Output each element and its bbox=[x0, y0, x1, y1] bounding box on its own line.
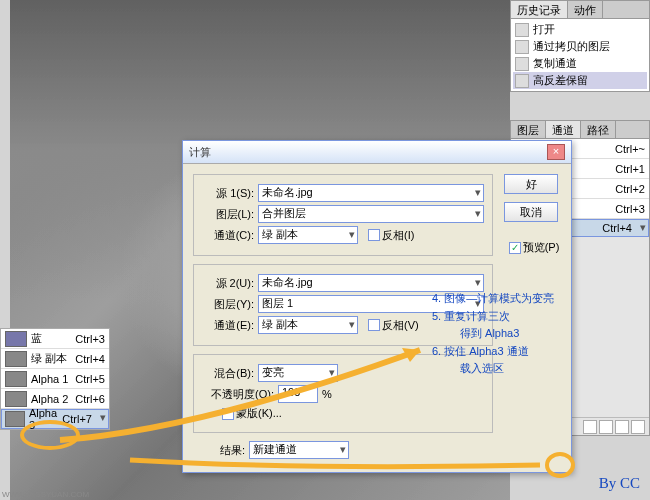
source1-select[interactable]: 未命名.jpg bbox=[258, 184, 484, 202]
tab-actions[interactable]: 动作 bbox=[568, 1, 603, 18]
invert2-checkbox[interactable]: 反相(V) bbox=[368, 318, 419, 333]
annotation: 4. 图像—计算模式为变亮 5. 重复计算三次 得到 Alpha3 6. 按住 … bbox=[432, 290, 554, 378]
history-icon bbox=[515, 23, 529, 37]
channel-shortcut: Ctrl+1 bbox=[615, 163, 645, 175]
source1-group: 源 1(S):未命名.jpg 图层(L):合并图层 通道(C):绿 副本反相(I… bbox=[193, 174, 493, 256]
tab-history[interactable]: 历史记录 bbox=[511, 1, 568, 18]
cancel-button[interactable]: 取消 bbox=[504, 202, 558, 222]
new-channel-icon[interactable] bbox=[615, 420, 629, 434]
channel-thumb bbox=[5, 371, 27, 387]
channel-thumb bbox=[5, 351, 27, 367]
tab-channels[interactable]: 通道 bbox=[546, 121, 581, 138]
circle-annotation bbox=[20, 420, 80, 450]
checkbox-icon bbox=[368, 229, 380, 241]
channel-shortcut: Ctrl+5 bbox=[75, 373, 105, 385]
watermark: WWW.MISSYUAN.COM bbox=[2, 490, 89, 499]
history-item[interactable]: 复制通道 bbox=[513, 55, 647, 72]
opacity-input[interactable]: 100 bbox=[278, 385, 318, 403]
close-icon[interactable]: × bbox=[547, 144, 565, 160]
checkbox-icon bbox=[509, 242, 521, 254]
annotation-line: 5. 重复计算三次 bbox=[432, 308, 554, 326]
mask-label: 蒙版(K)... bbox=[236, 406, 282, 421]
blend-select[interactable]: 变亮 bbox=[258, 364, 338, 382]
tab-paths[interactable]: 路径 bbox=[581, 121, 616, 138]
mini-channels-panel: 蓝Ctrl+3 绿 副本Ctrl+4 Alpha 1Ctrl+5 Alpha 2… bbox=[0, 328, 110, 430]
layer2-label: 图层(Y): bbox=[202, 297, 254, 312]
dialog-titlebar[interactable]: 计算 × bbox=[183, 141, 571, 164]
dialog-title: 计算 bbox=[189, 145, 211, 160]
invert1-label: 反相(I) bbox=[382, 228, 414, 243]
channel-thumb bbox=[5, 391, 27, 407]
save-selection-icon[interactable] bbox=[599, 420, 613, 434]
ok-button[interactable]: 好 bbox=[504, 174, 558, 194]
tab-layers[interactable]: 图层 bbox=[511, 121, 546, 138]
credit: By CC bbox=[599, 475, 640, 492]
channel-label: 绿 副本 bbox=[31, 351, 67, 366]
invert1-checkbox[interactable]: 反相(I) bbox=[368, 228, 414, 243]
channel2-label: 通道(E): bbox=[202, 318, 254, 333]
mini-channel-list: 蓝Ctrl+3 绿 副本Ctrl+4 Alpha 1Ctrl+5 Alpha 2… bbox=[1, 329, 109, 429]
annotation-line: 6. 按住 Alpha3 通道 bbox=[432, 343, 554, 361]
checkbox-icon bbox=[222, 408, 234, 420]
preview-checkbox[interactable]: 预览(P) bbox=[509, 240, 560, 255]
channel1-label: 通道(C): bbox=[202, 228, 254, 243]
history-label: 通过拷贝的图层 bbox=[533, 39, 610, 54]
channel-label: 蓝 bbox=[31, 331, 42, 346]
load-selection-icon[interactable] bbox=[583, 420, 597, 434]
trash-icon[interactable] bbox=[631, 420, 645, 434]
history-item[interactable]: 通过拷贝的图层 bbox=[513, 38, 647, 55]
channel-shortcut: Ctrl+4 bbox=[602, 222, 632, 234]
history-list: 打开 通过拷贝的图层 复制通道 高反差保留 bbox=[511, 19, 649, 91]
channel1-select[interactable]: 绿 副本 bbox=[258, 226, 358, 244]
preview-label: 预览(P) bbox=[523, 240, 560, 255]
history-item[interactable]: 高反差保留 bbox=[513, 72, 647, 89]
history-icon bbox=[515, 40, 529, 54]
channel-shortcut: Ctrl+4 bbox=[75, 353, 105, 365]
history-label: 打开 bbox=[533, 22, 555, 37]
channel-label: Alpha 2 bbox=[31, 393, 68, 405]
channel-thumb bbox=[5, 411, 25, 427]
channel-row[interactable]: Alpha 2Ctrl+6 bbox=[1, 389, 109, 409]
blend-label: 混合(B): bbox=[202, 366, 254, 381]
channel-shortcut: Ctrl+2 bbox=[615, 183, 645, 195]
channel2-select[interactable]: 绿 副本 bbox=[258, 316, 358, 334]
invert2-label: 反相(V) bbox=[382, 318, 419, 333]
channel-shortcut: Ctrl+3 bbox=[75, 333, 105, 345]
channel-shortcut: Ctrl+6 bbox=[75, 393, 105, 405]
result-select[interactable]: 新建通道 bbox=[249, 441, 349, 459]
annotation-line: 得到 Alpha3 bbox=[432, 325, 554, 343]
annotation-line: 载入选区 bbox=[432, 360, 554, 378]
layer1-select[interactable]: 合并图层 bbox=[258, 205, 484, 223]
history-tabs: 历史记录 动作 bbox=[511, 1, 649, 19]
channel-label: Alpha 1 bbox=[31, 373, 68, 385]
checkbox-icon bbox=[368, 319, 380, 331]
channel-shortcut: Ctrl+~ bbox=[615, 143, 645, 155]
channel-row[interactable]: 蓝Ctrl+3 bbox=[1, 329, 109, 349]
history-panel: 历史记录 动作 打开 通过拷贝的图层 复制通道 高反差保留 bbox=[510, 0, 650, 92]
history-label: 复制通道 bbox=[533, 56, 577, 71]
circle-annotation bbox=[545, 452, 575, 478]
channel-shortcut: Ctrl+3 bbox=[615, 203, 645, 215]
opacity-label: 不透明度(O): bbox=[202, 387, 274, 402]
history-icon bbox=[515, 74, 529, 88]
layer1-label: 图层(L): bbox=[202, 207, 254, 222]
source2-label: 源 2(U): bbox=[202, 276, 254, 291]
result-label: 结果: bbox=[193, 443, 245, 458]
channel-row[interactable]: 绿 副本Ctrl+4 bbox=[1, 349, 109, 369]
channel-thumb bbox=[5, 331, 27, 347]
percent-label: % bbox=[322, 388, 332, 400]
history-icon bbox=[515, 57, 529, 71]
source1-label: 源 1(S): bbox=[202, 186, 254, 201]
channels-tabs: 图层 通道 路径 bbox=[511, 121, 649, 139]
history-item[interactable]: 打开 bbox=[513, 21, 647, 38]
annotation-line: 4. 图像—计算模式为变亮 bbox=[432, 290, 554, 308]
channel-row[interactable]: Alpha 1Ctrl+5 bbox=[1, 369, 109, 389]
history-label: 高反差保留 bbox=[533, 73, 588, 88]
mask-checkbox[interactable]: 蒙版(K)... bbox=[222, 406, 282, 421]
